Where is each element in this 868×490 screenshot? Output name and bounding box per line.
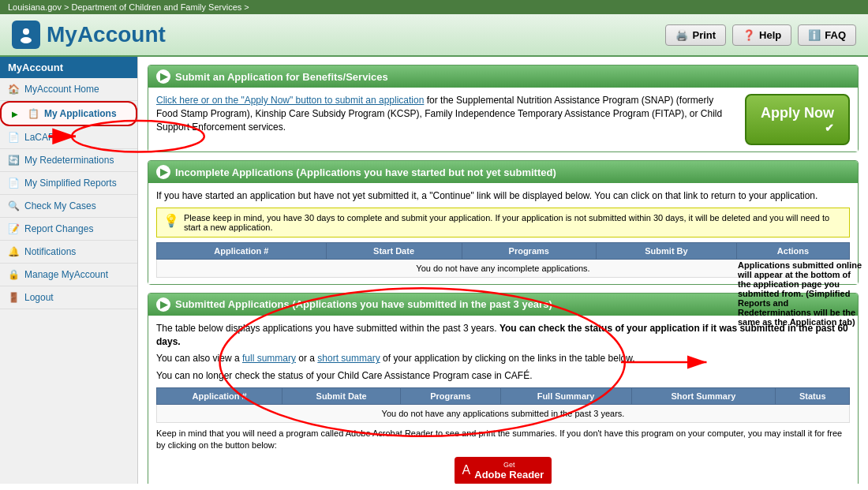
adobe-note: Keep in mind that you will need a progra… [156,428,850,452]
sidebar-label-report-changes: Report Changes [24,223,93,234]
submitted-empty-message: You do not have any applications submitt… [157,404,850,422]
sidebar-label-home: MyAccount Home [24,84,99,95]
sub-col-app-num: Application # [157,387,282,404]
submitted-para2: You can also view a full summary or a sh… [156,352,850,365]
sidebar-label-logout: Logout [24,292,54,303]
sidebar-item-my-redeterminations[interactable]: 🔄 My Redeterminations [0,149,137,172]
notifications-icon: 🔔 [6,245,21,259]
col-start-date: Start Date [326,242,462,259]
help-label: Help [759,29,781,41]
submitted-para3: You can no longer check the status of yo… [156,369,850,383]
para2-middle: or a [298,353,317,364]
sidebar-label-notifications: Notifications [24,246,76,257]
short-summary-link[interactable]: short summary [317,353,380,364]
col-application-num: Application # [157,242,327,259]
main-layout: MyAccount 🏠 MyAccount Home ▶ 📋 My Applic… [0,57,868,484]
print-icon: 🖨️ [675,29,688,41]
submitted-body: The table below displays applications yo… [148,316,858,484]
submitted-title: Submitted Applications (Applications you… [175,298,552,310]
home-icon: 🏠 [6,82,21,96]
sidebar-item-myaccount-home[interactable]: 🏠 MyAccount Home [0,78,137,101]
sidebar-label-lacap: LaCAP [24,132,54,143]
submitted-table: Application # Submit Date Programs Full … [156,387,850,423]
sidebar-item-check-my-cases[interactable]: 🔍 Check My Cases [0,195,137,218]
svg-point-1 [23,28,29,35]
breadcrumb: Louisiana.gov > Department of Children a… [0,0,868,14]
sidebar-item-my-simplified-reports[interactable]: 📄 My Simplified Reports [0,172,137,195]
sub-col-full-summary: Full Summary [500,387,631,404]
print-button[interactable]: 🖨️ Print [665,24,726,46]
logo-icon [12,21,40,49]
incomplete-header: ▶ Incomplete Applications (Applications … [148,161,858,183]
simplified-reports-icon: 📄 [6,176,21,190]
logout-icon: 🚪 [6,290,21,305]
warning-icon: 💡 [163,213,179,228]
incomplete-description: If you have started an application but h… [156,189,850,203]
print-label: Print [692,29,716,41]
play-icon: ▶ [8,107,22,121]
right-annotation-text: Applications submitted online will appea… [738,260,862,327]
sidebar-item-logout[interactable]: 🚪 Logout [0,286,137,309]
breadcrumb-item-0: Louisiana.gov [8,2,62,12]
sidebar-label-redeterminations: My Redeterminations [24,155,114,166]
help-icon: ❓ [743,29,755,41]
submit-play-icon: ▶ [156,69,170,84]
adobe-row: A Get Adobe Reader [156,457,850,484]
sidebar: MyAccount 🏠 MyAccount Home ▶ 📋 My Applic… [0,57,138,484]
adobe-reader-badge[interactable]: A Get Adobe Reader [455,457,552,484]
help-button[interactable]: ❓ Help [732,24,791,46]
warning-text: Please keep in mind, you have 30 days to… [184,213,843,232]
redeterminations-icon: 🔄 [6,153,21,167]
faq-icon: ℹ️ [808,29,821,41]
submitted-para1-text: The table below displays applications yo… [156,323,497,334]
sub-col-submit-date: Submit Date [282,387,401,404]
report-changes-icon: 📝 [6,222,21,236]
submit-application-header: ▶ Submit an Application for Benefits/Ser… [148,65,858,88]
incomplete-play-icon: ▶ [156,165,170,179]
lacap-icon: 📄 [6,130,21,144]
adobe-icon: A [462,463,471,477]
sidebar-label-manage-account: Manage MyAccount [24,269,108,280]
sidebar-item-lacap[interactable]: 📄 LaCAP [0,126,137,149]
sidebar-item-notifications[interactable]: 🔔 Notifications [0,241,137,264]
faq-label: FAQ [825,29,846,41]
para2-suffix: of your application by clicking on the l… [383,353,635,364]
header-buttons: 🖨️ Print ❓ Help ℹ️ FAQ [665,24,856,46]
apply-link[interactable]: Click here or on the "Apply Now" button … [156,95,424,106]
manage-account-icon: 🔒 [6,267,21,282]
submit-application-body: Apply Now ✔ Click here or on the "Apply … [148,88,858,151]
sub-col-programs: Programs [401,387,500,404]
sub-col-short-summary: Short Summary [631,387,776,404]
apply-now-label: Apply Now [761,105,834,121]
adobe-label: Adobe Reader [474,469,544,481]
svg-point-2 [21,37,32,43]
breadcrumb-item-1: Department of Children and Family Servic… [71,2,241,12]
right-annotation: Applications submitted online will appea… [738,260,864,327]
sidebar-label-applications: My Applications [44,108,117,119]
incomplete-title: Incomplete Applications (Applications yo… [175,166,556,178]
col-submit-by: Submit By [596,242,736,259]
sub-col-status: Status [776,387,850,404]
checkmark-icon: ✔ [761,122,834,134]
col-programs: Programs [462,242,596,259]
full-summary-link[interactable]: full summary [242,353,296,364]
apply-now-button[interactable]: Apply Now ✔ [745,94,850,145]
person-icon [16,24,36,45]
faq-button[interactable]: ℹ️ FAQ [798,24,856,46]
sidebar-title: MyAccount [0,57,137,78]
sidebar-label-simplified-reports: My Simplified Reports [24,178,117,189]
adobe-text: Get Adobe Reader [474,461,544,481]
check-cases-icon: 🔍 [6,199,21,213]
sidebar-item-my-applications[interactable]: ▶ 📋 My Applications [0,101,137,126]
sidebar-item-report-changes[interactable]: 📝 Report Changes [0,218,137,241]
warning-box: 💡 Please keep in mind, you have 30 days … [156,208,850,238]
sidebar-item-manage-myaccount[interactable]: 🔒 Manage MyAccount [0,264,137,286]
para2-prefix: You can also view a [156,353,242,364]
applications-icon: 📋 [26,107,40,121]
col-actions: Actions [737,242,850,259]
logo-area: MyAccount [12,21,166,49]
submit-application-section: ▶ Submit an Application for Benefits/Ser… [148,65,859,152]
header: MyAccount 🖨️ Print ❓ Help ℹ️ FAQ [0,14,868,57]
submit-application-title: Submit an Application for Benefits/Servi… [175,71,388,83]
submitted-play-icon: ▶ [156,297,170,312]
